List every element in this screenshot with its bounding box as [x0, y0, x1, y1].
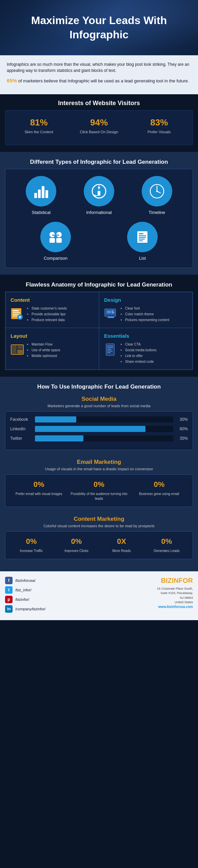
facebook-icon: f: [5, 577, 13, 584]
svg-rect-18: [52, 235, 59, 236]
anatomy-grid: Content State customer's needs: [5, 292, 193, 370]
types-grid: Statistical i Informational: [5, 169, 193, 268]
type-circle-statistical: [26, 176, 56, 206]
comparison-icon: [47, 229, 64, 245]
social-media-desc: Marketers generate a good number of lead…: [0, 404, 198, 411]
types-title: Different Types of Infographic for Lead …: [0, 152, 198, 169]
list-icon: [134, 229, 151, 245]
svg-rect-27: [13, 312, 20, 313]
type-timeline: Timeline: [128, 176, 186, 215]
layout-icon: [11, 343, 24, 359]
email-marketing-subtitle: Email Marketing: [0, 455, 198, 467]
howto-title: How To Use Infographic For Lead Generati…: [0, 377, 198, 392]
svg-rect-1: [38, 190, 41, 198]
interest-label-3: Prefer Visuals: [129, 130, 189, 134]
email-pct-1: 0%: [10, 480, 67, 489]
content-pct-1: 0%: [10, 537, 53, 546]
anatomy-title: Flawless Anatomy of Infographic for Lead…: [0, 275, 198, 292]
svg-rect-45: [107, 347, 113, 348]
twitter-handle: /biz_infor/: [15, 588, 32, 592]
types-row-1: Statistical i Informational: [12, 176, 186, 215]
interest-item-2: 94% Click Based On Design: [69, 117, 129, 134]
brand-website: www.bizinforusa.com: [101, 605, 193, 609]
anatomy-list-item: Color match theme: [125, 311, 169, 317]
email-pct-3: 0%: [131, 480, 188, 489]
type-circle-timeline: [142, 176, 172, 206]
interests-box: 81% Skim the Content 94% Click Based On …: [5, 110, 193, 145]
svg-rect-20: [139, 233, 143, 234]
content-stat-2: 0% Improves Clicks: [54, 537, 99, 553]
email-stats-row: 0% Prefer email with visual images 0% Po…: [9, 480, 189, 501]
bar-fill-twitter: [35, 435, 83, 441]
email-stat-1: 0% Prefer email with visual images: [9, 480, 69, 501]
svg-point-13: [156, 190, 158, 192]
interests-section: Interests of Website Visitors 81% Skim t…: [0, 94, 198, 152]
anatomy-design: Design Clear font Color match theme: [99, 292, 193, 328]
anatomy-list-item: Maintain Flow: [32, 341, 60, 347]
anatomy-layout-body: Maintain Flow Use of white space Mobile …: [11, 341, 94, 359]
anatomy-layout-title: Layout: [11, 333, 94, 339]
informational-icon: i: [91, 183, 107, 200]
content-stats-row: 0% Increase Traffic 0% Improves Clicks 0…: [9, 537, 189, 553]
intro-text2: of marketers believe that Infographic wi…: [18, 78, 189, 83]
bar-pct-twitter: 35%: [176, 436, 188, 441]
anatomy-essentials-list: Clear CTA Social media buttons Link to o…: [120, 341, 157, 364]
bar-fill-facebook: [35, 416, 76, 422]
content-pct-2: 0%: [55, 537, 98, 546]
intro-section: Infographics are so much more than the v…: [0, 55, 198, 94]
anatomy-section: Flawless Anatomy of Infographic for Lead…: [0, 275, 198, 377]
linkedin-handle: /company/bizinfor/: [15, 607, 45, 611]
page-title: Maximize Your Leads With Infographic: [10, 14, 188, 42]
bar-fill-linkedin: [35, 426, 145, 432]
bar-label-facebook: Facebook: [10, 417, 32, 422]
howto-section: How To Use Infographic For Lead Generati…: [0, 377, 198, 571]
type-label-timeline: Timeline: [128, 210, 186, 215]
svg-rect-35: [107, 311, 111, 313]
timeline-icon: [148, 183, 165, 200]
type-label-statistical: Statistical: [12, 210, 70, 215]
type-list: List: [99, 222, 186, 261]
social-pinterest: p /bizinfor/: [5, 596, 97, 603]
email-marketing-desc: Usage of visuals in the email have a dra…: [0, 467, 198, 474]
anatomy-layout-list: Maintain Flow Use of white space Mobile …: [27, 341, 60, 359]
svg-rect-40: [12, 346, 17, 354]
anatomy-design-title: Design: [104, 297, 187, 303]
content-label-1: Increase Traffic: [10, 549, 53, 553]
anatomy-essentials: Essentials Clear CTA Social media button…: [99, 328, 193, 370]
brand-address: 15 Corporate Place South,Suite #103, Pis…: [101, 587, 193, 605]
email-label-1: Prefer email with visual images: [10, 492, 67, 496]
header-section: Maximize Your Leads With Infographic: [0, 0, 198, 55]
bar-container-twitter: [35, 435, 173, 441]
brand-name: BIZ: [161, 577, 172, 584]
interest-pct-1: 81%: [9, 117, 69, 128]
type-circle-informational: i: [84, 176, 114, 206]
svg-rect-28: [13, 314, 19, 315]
anatomy-design-body: Clear font Color match theme Pictures re…: [104, 305, 187, 323]
intro-text1: Infographics are so much more than the v…: [7, 61, 191, 74]
bar-twitter: Twitter 35%: [10, 435, 188, 441]
svg-rect-24: [139, 240, 143, 241]
content-stat-3: 0X More Reads: [99, 537, 144, 553]
intro-highlight: 65% of marketers believe that Infographi…: [7, 77, 191, 85]
anatomy-layout: Layout Maintain Flow Use of white space …: [5, 328, 99, 370]
content-stat-4: 0% Generates Leads: [144, 537, 189, 553]
anatomy-content-list: State customer's needs Provide actionabl…: [27, 305, 67, 323]
anatomy-list-item: Clear CTA: [125, 341, 157, 347]
bar-label-linkedin: LinkedIn: [10, 427, 32, 431]
interest-item-1: 81% Skim the Content: [9, 117, 69, 134]
bar-container-facebook: [35, 416, 173, 422]
bar-pct-linkedin: 80%: [176, 427, 188, 431]
social-twitter: t /biz_infor/: [5, 586, 97, 594]
anatomy-list-item: Social media buttons: [125, 347, 157, 353]
interests-title: Interests of Website Visitors: [0, 94, 198, 110]
statistical-icon: [33, 183, 50, 200]
svg-rect-17: [56, 238, 62, 243]
svg-rect-38: [107, 317, 114, 318]
svg-rect-37: [112, 312, 114, 313]
svg-rect-0: [34, 193, 37, 198]
svg-point-7: [98, 186, 100, 189]
email-stat-2: 0% Possibility of the audience turning i…: [69, 480, 129, 501]
type-label-comparison: Comparison: [12, 256, 99, 261]
svg-rect-3: [45, 190, 48, 198]
svg-rect-6: [98, 191, 100, 196]
